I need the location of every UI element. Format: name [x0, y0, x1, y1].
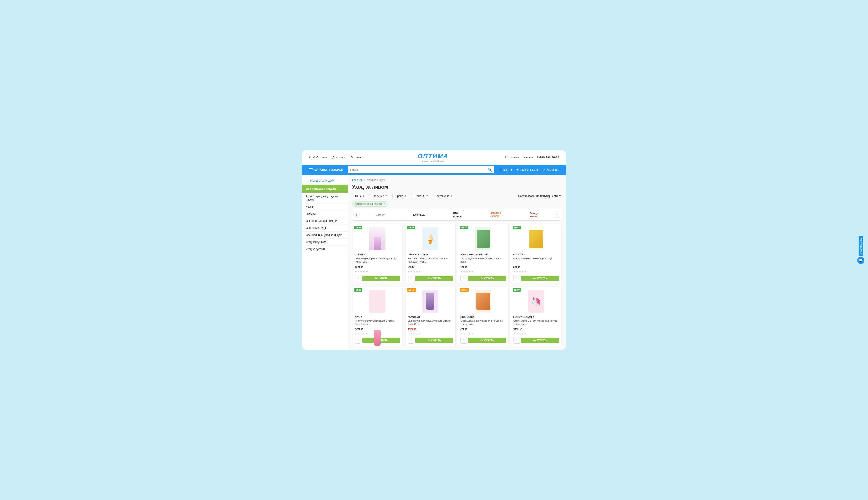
breadcrumb: Главная > Уход за лицом [352, 179, 561, 182]
filter-feature[interactable]: Признак ▼ [412, 193, 431, 199]
buy-button-1[interactable]: 🛍 КУПИТЬ [362, 275, 400, 281]
sidebar-item-sets[interactable]: Наборы [302, 211, 348, 217]
product-name-1: Вода мицеллярная 400 мл для всех типов к… [355, 257, 400, 263]
heart-icon: ❤ [516, 168, 519, 171]
product-brand-8: FUNNY ORGANIX [513, 316, 559, 318]
sidebar-item-special[interactable]: Специальный уход за лицом [302, 231, 348, 239]
cart-button[interactable]: 🛍 Корзина 0 [543, 168, 559, 171]
product-badge-new: NEW [407, 226, 415, 229]
blue-nav: КАТАЛОГ ТОВАРОВ 🔍 👤 Вход ▼ ❤ Списки поку… [302, 165, 566, 175]
phone-number: 8-800-200-60-21 [537, 156, 559, 159]
product-badge-new: NEW [354, 288, 362, 292]
wishlist-button-4[interactable]: ♡ [513, 275, 520, 281]
product-img-funny-uni [528, 290, 544, 312]
wishlist-button[interactable]: ❤ Списки покупок [516, 168, 539, 171]
catalog-button[interactable]: КАТАЛОГ ТОВАРОВ [309, 168, 343, 171]
sidebar-item-lips[interactable]: Уход за губами [302, 246, 348, 253]
product-actions-8: ♡ 🛍 КУПИТЬ [513, 337, 559, 344]
product-name-8: Glamourous Unicorn Маска-сыворотка ткане… [513, 319, 559, 326]
sidebar-all-items[interactable]: Все товары раздела → [302, 185, 348, 193]
product-price-6: 159 ₽ [408, 327, 453, 331]
wishlist-button-7[interactable]: ♡ [460, 337, 467, 344]
chat-button[interactable]: 💬 [857, 257, 864, 264]
product-name-4: Маска-сияние тканевая для лица [513, 257, 559, 263]
buy-button-4[interactable]: 🛍 КУПИТЬ [521, 275, 559, 281]
reset-filters-button[interactable]: Сбросить все фильтры ✕ [352, 201, 388, 206]
star-icon: ★ [466, 270, 468, 273]
filter-category[interactable]: Категория ▼ [434, 193, 455, 199]
star-icon: ★ [419, 270, 421, 273]
sidebar-item-accessories[interactable]: Аксессуары для ухода за лицом [302, 193, 348, 203]
product-img-narodnye [475, 227, 491, 250]
brand-fito[interactable]: fitoformula [451, 211, 464, 219]
star-icon: ★ [365, 270, 368, 273]
product-card-3: NEW НАРОДНЫЕ РЕЦЕПТЫ Патчи гидрогелевые … [458, 224, 508, 284]
product-card-2: NEW FUNNY ORGANIX Ice Cream Mask Маска-м… [405, 224, 456, 284]
product-image-6 [408, 289, 453, 314]
search-input[interactable] [350, 168, 488, 171]
buy-button-8[interactable]: 🛍 КУПИТЬ [521, 338, 559, 343]
product-card-4: NEW C+CITRUS Маска-сияние тканевая для л… [511, 224, 562, 284]
chat-label[interactable]: Спросите у нас [859, 236, 863, 256]
brand-fitness[interactable]: FITNESSHOUSE [489, 211, 503, 218]
brand-kowell[interactable]: KOWELL [411, 212, 427, 217]
sidebar-item-cleansing[interactable]: Очищение лица [302, 225, 348, 231]
product-img-garnier [370, 227, 385, 250]
wishlist-button-2[interactable]: ♡ [408, 275, 414, 281]
chevron-down-icon: ▼ [363, 195, 365, 197]
logo-text[interactable]: ОПТИМА [418, 152, 448, 160]
breadcrumb-home[interactable]: Главная [352, 179, 363, 182]
wishlist-button-6[interactable]: ♡ [408, 337, 414, 344]
brand-beauty[interactable]: BeautyVisage [528, 211, 540, 218]
nav-actions: 👤 Вход ▼ ❤ Списки покупок 🛍 Корзина 0 [498, 168, 559, 171]
logo-area: ОПТИМА красота и забота [418, 152, 448, 162]
wishlist-button-1[interactable]: ♡ [355, 275, 361, 281]
chevron-down-icon: ▼ [385, 195, 387, 197]
sidebar-item-basic[interactable]: Основной уход за лицом [302, 217, 348, 225]
wishlist-button-5[interactable]: ♡ [355, 337, 361, 344]
filter-price[interactable]: Цена ▼ [352, 193, 368, 199]
chevron-down-icon: ▼ [404, 195, 407, 197]
wishlist-button-8[interactable]: ♡ [513, 337, 520, 344]
product-name-6: Сыворотка для лица Ampoule Effecter 25мл… [408, 319, 453, 326]
buy-button-2[interactable]: 🛍 КУПИТЬ [415, 275, 453, 281]
carousel-next-button[interactable]: › [554, 212, 560, 218]
nav-link-delivery[interactable]: Доставка [332, 156, 345, 159]
filter-availability[interactable]: Наличие ▼ [370, 193, 390, 199]
product-actions-6: ♡ 🛍 КУПИТЬ [408, 337, 453, 344]
sidebar-item-eyes[interactable]: Уход вокруг глаз [302, 239, 348, 246]
product-brand-4: C+CITRUS [513, 253, 559, 256]
cart-icon: 🛍 [480, 277, 483, 280]
star-icon: ★ [471, 332, 473, 336]
buy-button-7[interactable]: 🛍 КУПИТЬ [468, 338, 506, 343]
brand-garnier[interactable]: Garnier [374, 213, 386, 217]
stars-8: ★ ★ ★ ★ ★ [513, 332, 559, 336]
search-bar[interactable]: 🔍 [348, 166, 494, 173]
filter-brand[interactable]: Бренд ▼ [392, 193, 409, 199]
chat-widget: Спросите у нас 💬 [857, 236, 864, 264]
product-image-4 [513, 226, 559, 251]
carousel-prev-button[interactable]: ‹ [353, 212, 360, 218]
nav-link-club[interactable]: Клуб Оптима [309, 156, 327, 159]
star-icon: ★ [416, 270, 418, 273]
product-actions-3: ♡ 🛍 КУПИТЬ [460, 275, 506, 281]
product-img-novosvit [422, 290, 438, 312]
buy-button-5[interactable]: 🛍 КУПИТЬ [362, 338, 400, 343]
sort-label[interactable]: Сортировать: По популярности [518, 194, 558, 198]
stars-2: ★ ★ ★ ★ ★ [408, 270, 453, 273]
product-name-7: Маска для лица тканевая с муцином улитки… [460, 319, 506, 326]
buy-button-3[interactable]: 🛍 КУПИТЬ [468, 275, 506, 281]
sort-area: Сортировать: По популярности ▼ [518, 194, 561, 198]
star-icon: ★ [466, 332, 468, 336]
star-icon: ★ [413, 270, 415, 273]
login-button[interactable]: 👤 Вход ▼ [498, 168, 513, 171]
active-filters-row: Сбросить все фильтры ✕ [352, 201, 561, 206]
wishlist-button-3[interactable]: ♡ [460, 275, 467, 281]
nav-link-payment[interactable]: Оплата [351, 156, 361, 159]
product-price-8: 129 ₽ [513, 327, 559, 331]
sidebar-item-masks[interactable]: Маски [302, 203, 348, 211]
back-arrow-icon: ← [306, 179, 309, 182]
buy-button-6[interactable]: 🛍 КУПИТЬ [415, 338, 453, 343]
sidebar-back[interactable]: ← УХОД ЗА ЛИЦОМ [302, 177, 348, 184]
chevron-down-icon: ▼ [450, 195, 453, 197]
